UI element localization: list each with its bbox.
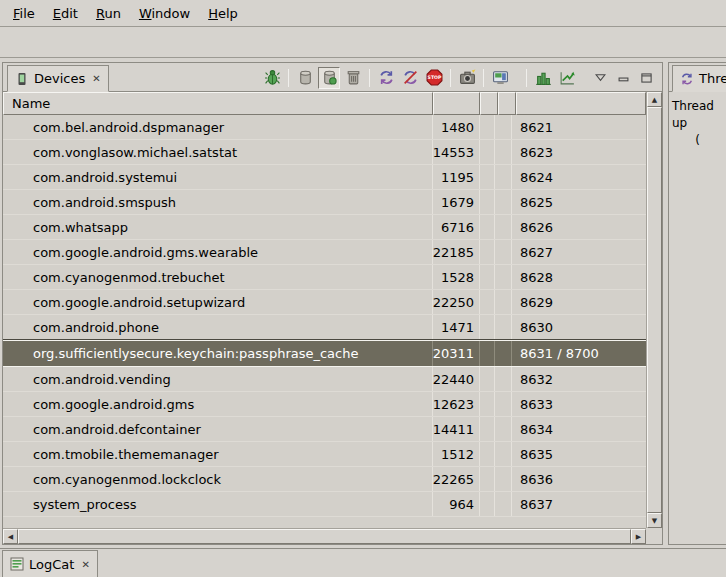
- process-row[interactable]: com.tmobile.thememanager 1512 8635: [3, 442, 646, 467]
- update-heap-icon[interactable]: [294, 67, 316, 89]
- process-blank1: [480, 367, 495, 391]
- maximize-icon[interactable]: [638, 69, 655, 86]
- menu-item[interactable]: Run: [87, 2, 130, 24]
- process-blank1: [480, 240, 495, 264]
- minimize-icon[interactable]: [615, 69, 632, 86]
- process-blank1: [480, 315, 495, 339]
- process-blank1: [480, 115, 495, 139]
- process-port: 8632: [512, 367, 646, 391]
- heap-usage-icon[interactable]: [532, 67, 554, 89]
- process-row[interactable]: com.android.smspush 1679 8625: [3, 190, 646, 215]
- process-pid: 1512: [433, 442, 480, 466]
- threads-message-line2: (: [672, 132, 723, 149]
- horizontal-scrollbar[interactable]: ◀ ▶: [3, 528, 646, 544]
- column-header-blank1: [480, 92, 498, 115]
- close-icon[interactable]: ✕: [79, 559, 89, 570]
- menu-item[interactable]: Edit: [44, 2, 87, 24]
- process-pid: 6716: [433, 215, 480, 239]
- process-name: com.tmobile.thememanager: [3, 442, 433, 466]
- toolbar-separator: [369, 69, 370, 87]
- tab-logcat-label: LogCat: [29, 557, 74, 572]
- process-blank1: [480, 215, 495, 239]
- ddms-window: File Edit Run Window Help Devices ✕: [0, 0, 726, 58]
- screen-capture-icon[interactable]: [456, 67, 478, 89]
- process-row[interactable]: com.google.android.gms.wearable 22185 86…: [3, 240, 646, 265]
- process-port: 8631 / 8700: [512, 341, 646, 366]
- process-row[interactable]: com.google.android.setupwizard 22250 862…: [3, 290, 646, 315]
- process-blank2: [495, 265, 512, 289]
- column-header-name[interactable]: Name: [3, 92, 433, 115]
- process-row[interactable]: org.sufficientlysecure.keychain:passphra…: [3, 340, 646, 367]
- threads-icon: [680, 72, 694, 86]
- process-blank2: [495, 190, 512, 214]
- process-port: 8633: [512, 392, 646, 416]
- process-row[interactable]: com.google.android.gms 12623 8633: [3, 392, 646, 417]
- stop-method-profiling-icon[interactable]: [399, 67, 421, 89]
- process-name: org.sufficientlysecure.keychain:passphra…: [3, 341, 433, 366]
- tab-devices[interactable]: Devices ✕: [7, 65, 109, 92]
- process-blank1: [480, 417, 495, 441]
- process-pid: 1471: [433, 315, 480, 339]
- tab-logcat[interactable]: LogCat ✕: [2, 550, 98, 577]
- screen-record-icon[interactable]: [489, 67, 511, 89]
- process-pid: 964: [433, 492, 480, 516]
- process-blank1: [480, 265, 495, 289]
- process-pid: 22440: [433, 367, 480, 391]
- process-row[interactable]: com.cyanogenmod.trebuchet 1528 8628: [3, 265, 646, 290]
- process-row[interactable]: com.android.vending 22440 8632: [3, 367, 646, 392]
- dump-hprof-icon[interactable]: [318, 67, 340, 89]
- process-pid: 1528: [433, 265, 480, 289]
- process-row[interactable]: com.bel.android.dspmanager 1480 8621: [3, 115, 646, 140]
- horizontal-scroll-thumb[interactable]: [18, 529, 631, 544]
- process-row[interactable]: com.android.defcontainer 14411 8634: [3, 417, 646, 442]
- process-blank1: [480, 190, 495, 214]
- method-profiling-icon[interactable]: [556, 67, 578, 89]
- debug-process-icon[interactable]: [261, 67, 283, 89]
- process-name: com.android.vending: [3, 367, 433, 391]
- process-blank2: [495, 392, 512, 416]
- process-blank1: [480, 290, 495, 314]
- cause-gc-icon[interactable]: [342, 67, 364, 89]
- device-icon: [15, 72, 29, 86]
- close-icon[interactable]: ✕: [90, 73, 100, 84]
- process-port: 8637: [512, 492, 646, 516]
- main-area: Devices ✕: [0, 59, 726, 548]
- process-name: com.android.smspush: [3, 190, 433, 214]
- process-row[interactable]: com.whatsapp 6716 8626: [3, 215, 646, 240]
- process-blank2: [495, 165, 512, 189]
- process-pid: 22265: [433, 467, 480, 491]
- menu-item[interactable]: Window: [130, 2, 199, 24]
- process-name: com.cyanogenmod.lockclock: [3, 467, 433, 491]
- process-row[interactable]: com.cyanogenmod.lockclock 22265 8636: [3, 467, 646, 492]
- process-table-main: Name com.bel.android.dspmanager 1480: [3, 92, 646, 528]
- threads-message: Thread up (: [669, 92, 726, 155]
- vertical-scroll-thumb[interactable]: [647, 107, 662, 513]
- tab-threads[interactable]: Threa: [672, 65, 726, 92]
- process-table: Name com.bel.android.dspmanager 1480: [3, 92, 662, 544]
- process-name: com.android.phone: [3, 315, 433, 339]
- menu-item[interactable]: File: [4, 2, 44, 24]
- table-body: com.bel.android.dspmanager 1480 8621 com…: [3, 115, 646, 528]
- view-menu-icon[interactable]: [592, 69, 609, 86]
- process-pid: 1679: [433, 190, 480, 214]
- scroll-right-icon[interactable]: ▶: [631, 529, 646, 544]
- column-header-blank2: [498, 92, 516, 115]
- process-pid: 14553: [433, 140, 480, 164]
- menu-item[interactable]: Help: [199, 2, 247, 24]
- process-row[interactable]: com.android.phone 1471 8630: [3, 315, 646, 340]
- scroll-left-icon[interactable]: ◀: [3, 529, 18, 544]
- column-header-port: [516, 92, 646, 115]
- process-blank2: [495, 240, 512, 264]
- logcat-icon: [10, 557, 24, 571]
- process-row[interactable]: com.android.systemui 1195 8624: [3, 165, 646, 190]
- process-row[interactable]: system_process 964 8637: [3, 492, 646, 517]
- devices-tabbar: Devices ✕: [3, 63, 662, 92]
- process-row[interactable]: com.vonglasow.michael.satstat 14553 8623: [3, 140, 646, 165]
- scroll-up-icon[interactable]: ▲: [647, 92, 662, 107]
- stop-process-icon[interactable]: STOP: [423, 67, 445, 89]
- scroll-down-icon[interactable]: ▼: [647, 513, 662, 528]
- vertical-scrollbar[interactable]: ▲ ▼: [646, 92, 662, 528]
- update-threads-icon[interactable]: [375, 67, 397, 89]
- threads-panel: Threa Thread up (: [668, 62, 726, 545]
- process-port: 8624: [512, 165, 646, 189]
